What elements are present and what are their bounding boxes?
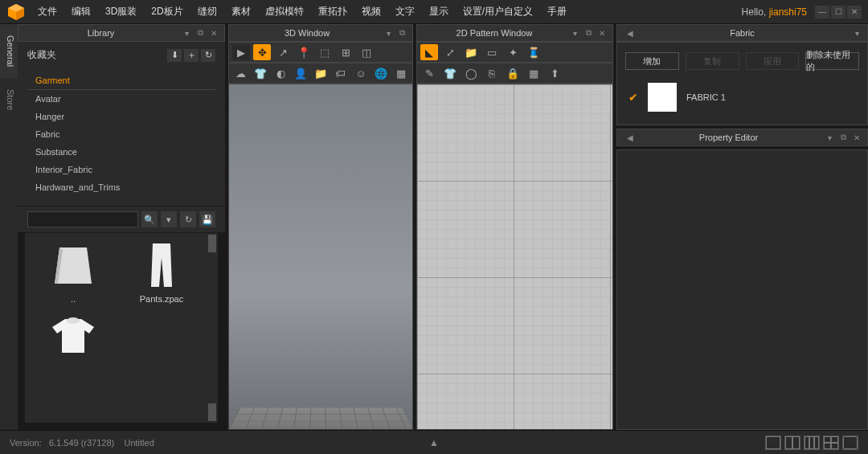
tool2d-grid[interactable]: ▦ bbox=[525, 65, 542, 81]
menu-3d-garment[interactable]: 3D服装 bbox=[105, 5, 137, 18]
menu-manual[interactable]: 手册 bbox=[547, 5, 567, 18]
fabric-apply-button[interactable]: 应用 bbox=[746, 52, 800, 70]
tool2d-lock[interactable]: 🔒 bbox=[504, 65, 522, 81]
asset-tshirt[interactable] bbox=[33, 312, 113, 365]
tool2d-edit[interactable]: ◣ bbox=[420, 44, 438, 60]
tree-item-hanger[interactable]: Hanger bbox=[27, 108, 215, 125]
tool3d-arrange[interactable]: ↗ bbox=[274, 44, 292, 60]
tree-item-interior-fabric[interactable]: Interior_Fabric bbox=[27, 161, 215, 178]
library-toolbar: 🔍 ▾ ↻ 💾 bbox=[18, 206, 225, 232]
layout-reset[interactable] bbox=[842, 436, 858, 450]
favorites-refresh-icon[interactable]: ↻ bbox=[201, 49, 215, 62]
tool3d-view1[interactable]: ☁ bbox=[232, 65, 249, 81]
window3d-popout-icon[interactable]: ⧉ bbox=[396, 27, 407, 39]
tree-item-avatar[interactable]: Avatar bbox=[27, 90, 215, 108]
tree-item-garment[interactable]: Garment bbox=[27, 72, 215, 90]
layout-split-v[interactable] bbox=[784, 436, 800, 450]
fabric-collapse-icon[interactable]: ◀ bbox=[624, 27, 636, 39]
window3d-dropdown-icon[interactable]: ▾ bbox=[383, 27, 394, 39]
library-search-input[interactable] bbox=[27, 211, 138, 227]
tool2d-rect[interactable]: ▭ bbox=[483, 44, 501, 60]
menu-text[interactable]: 文字 bbox=[395, 5, 415, 18]
menu-sewing[interactable]: 缝纫 bbox=[198, 5, 217, 18]
viewport-2d[interactable] bbox=[416, 84, 613, 430]
fabric-list-item[interactable]: ✔ FABRIC 1 bbox=[622, 75, 862, 120]
asset-pants[interactable]: Pants.zpac bbox=[121, 241, 202, 304]
tshirt-icon bbox=[51, 316, 96, 356]
library-search-icon[interactable]: 🔍 bbox=[141, 211, 158, 227]
window-minimize-button[interactable]: — bbox=[815, 6, 829, 18]
tool3d-grid[interactable]: ▦ bbox=[392, 65, 409, 81]
library-sort-dropdown[interactable]: ▾ bbox=[161, 211, 177, 227]
window2d-dropdown-icon[interactable]: ▾ bbox=[569, 27, 580, 39]
menu-file[interactable]: 文件 bbox=[38, 5, 57, 18]
menu-2d-pattern[interactable]: 2D板片 bbox=[151, 5, 182, 18]
vtab-store[interactable]: Store bbox=[0, 78, 18, 121]
library-close-icon[interactable]: ✕ bbox=[208, 27, 219, 39]
fabric-add-button[interactable]: 增加 bbox=[625, 52, 679, 70]
tool2d-circle[interactable]: ◯ bbox=[462, 65, 480, 81]
tool3d-globe[interactable]: 🌐 bbox=[372, 65, 389, 81]
menu-avatar[interactable]: 虚拟模特 bbox=[265, 5, 304, 18]
tool2d-trace[interactable]: ✦ bbox=[504, 44, 522, 60]
layout-single[interactable] bbox=[765, 436, 781, 450]
vtab-general[interactable]: General bbox=[0, 24, 18, 78]
menu-settings[interactable]: 设置/用户自定义 bbox=[463, 5, 533, 18]
tool3d-lasso[interactable]: ◫ bbox=[358, 44, 375, 60]
tree-item-fabric[interactable]: Fabric bbox=[27, 125, 215, 143]
viewport-3d[interactable] bbox=[228, 84, 413, 430]
tool3d-garment[interactable]: 👕 bbox=[252, 65, 269, 81]
tool2d-copy[interactable]: ⎘ bbox=[483, 65, 501, 81]
window-maximize-button[interactable]: ☐ bbox=[831, 6, 845, 18]
tool3d-pin[interactable]: 📍 bbox=[295, 44, 313, 60]
vertical-tabs: General Store bbox=[0, 24, 18, 430]
window2d-close-icon[interactable]: ✕ bbox=[596, 27, 608, 39]
property-dropdown-icon[interactable]: ▾ bbox=[824, 132, 835, 143]
tree-item-hardware-trims[interactable]: Hardware_and_Trims bbox=[27, 178, 215, 196]
menu-edit[interactable]: 编辑 bbox=[72, 5, 91, 18]
library-save-icon[interactable]: 💾 bbox=[199, 211, 215, 227]
tool3d-gizmo[interactable]: ⊞ bbox=[337, 44, 354, 60]
tool2d-pen[interactable]: ✎ bbox=[420, 65, 438, 81]
tool2d-folder[interactable]: 📁 bbox=[462, 44, 480, 60]
fabric-copy-button[interactable]: 复制 bbox=[686, 52, 739, 70]
tool3d-simulate[interactable]: ▶ bbox=[232, 44, 250, 60]
menu-materials[interactable]: 素材 bbox=[231, 5, 251, 18]
menu-video[interactable]: 视频 bbox=[362, 5, 381, 18]
favorites-download-icon[interactable]: ⬇ bbox=[167, 49, 182, 62]
window3d-toolbar-top: ▶ ✥ ↗ 📍 ⬚ ⊞ ◫ bbox=[228, 42, 413, 63]
tool3d-face[interactable]: ☺ bbox=[352, 65, 369, 81]
window2d-title: 2D Pattern Window bbox=[422, 28, 567, 38]
tool3d-style[interactable]: ◐ bbox=[272, 65, 289, 81]
tool2d-upload[interactable]: ⬆ bbox=[546, 65, 563, 81]
window2d-column: 2D Pattern Window ▾ ⧉ ✕ ◣ ⤢ 📁 ▭ ✦ 🧵 ✎ 👕 … bbox=[416, 24, 613, 430]
tool3d-avatar[interactable]: 👤 bbox=[293, 65, 309, 81]
tool2d-sewing[interactable]: 🧵 bbox=[525, 44, 542, 60]
tool3d-move[interactable]: ⬚ bbox=[316, 44, 334, 60]
fabric-remove-unused-button[interactable]: 删除未使用的 bbox=[805, 52, 859, 70]
tool3d-tag[interactable]: 🏷 bbox=[332, 65, 349, 81]
statusbar-expand-icon[interactable]: ▲ bbox=[429, 437, 439, 448]
tool2d-transform[interactable]: ⤢ bbox=[441, 44, 459, 60]
library-dropdown-icon[interactable]: ▾ bbox=[181, 27, 192, 39]
window2d-popout-icon[interactable]: ⧉ bbox=[583, 27, 594, 39]
tool3d-folder[interactable]: 📁 bbox=[313, 65, 330, 81]
tool2d-shirt[interactable]: 👕 bbox=[441, 65, 459, 81]
layout-split-3[interactable] bbox=[804, 436, 820, 450]
favorites-add-icon[interactable]: ＋ bbox=[184, 49, 199, 62]
library-scrollbar[interactable] bbox=[208, 235, 216, 421]
tool3d-select[interactable]: ✥ bbox=[253, 44, 271, 60]
menu-display[interactable]: 显示 bbox=[429, 5, 448, 18]
layout-grid[interactable] bbox=[823, 436, 839, 450]
window3d-toolbar-bottom: ☁ 👕 ◐ 👤 📁 🏷 ☺ 🌐 ▦ bbox=[228, 63, 413, 84]
fabric-dropdown-icon[interactable]: ▾ bbox=[851, 27, 862, 39]
library-reload-icon[interactable]: ↻ bbox=[180, 211, 196, 227]
menu-retopology[interactable]: 重拓扑 bbox=[318, 5, 347, 18]
window-close-button[interactable]: ✕ bbox=[847, 6, 862, 18]
property-collapse-icon[interactable]: ◀ bbox=[624, 132, 636, 143]
library-popout-icon[interactable]: ⧉ bbox=[194, 27, 206, 39]
asset-parent-folder[interactable]: .. bbox=[33, 241, 113, 304]
tree-item-substance[interactable]: Substance bbox=[27, 143, 215, 161]
property-popout-icon[interactable]: ⧉ bbox=[837, 132, 849, 143]
property-close-icon[interactable]: ✕ bbox=[851, 132, 862, 143]
